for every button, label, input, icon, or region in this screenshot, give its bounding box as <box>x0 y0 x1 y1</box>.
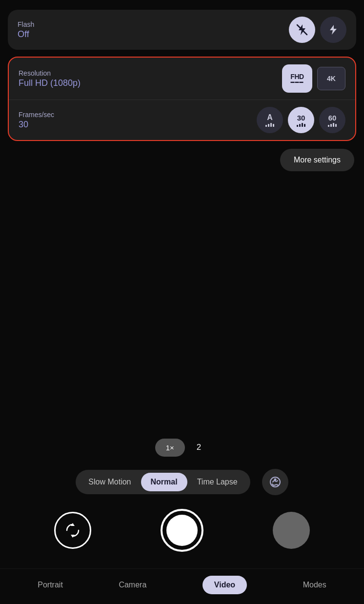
normal-button[interactable]: Normal <box>141 473 187 491</box>
60-dots <box>328 123 337 127</box>
resolution-row: Resolution Full HD (1080p) FHD ▬▬▬ 4K <box>9 58 355 100</box>
frames-60-button[interactable]: 60 <box>319 107 345 133</box>
4k-button[interactable]: 4K <box>317 67 345 90</box>
stabilize-icon <box>268 475 282 489</box>
frames-label: Frames/sec 30 <box>19 111 54 130</box>
zoom-2-label[interactable]: 2 <box>189 438 209 457</box>
flash-off-button[interactable] <box>289 17 315 43</box>
4k-label: 4K <box>327 75 336 82</box>
frames-30-button[interactable]: 30 <box>288 107 314 133</box>
nav-video[interactable]: Video <box>202 576 247 594</box>
zoom-controls: 1× 2 <box>155 438 209 457</box>
zoom-1x-button[interactable]: 1× <box>155 439 185 457</box>
flip-camera-button[interactable] <box>54 512 91 549</box>
nav-camera[interactable]: Camera <box>119 581 146 589</box>
fhd-label: FHD <box>290 73 303 80</box>
flash-label: Flash Off <box>18 20 34 40</box>
camera-controls <box>0 509 364 552</box>
flash-row: Flash Off <box>8 10 356 50</box>
nav-portrait[interactable]: Portrait <box>38 581 63 589</box>
fhd-sub-label: ▬▬▬ <box>291 80 304 84</box>
resolution-value: Full HD (1080p) <box>19 78 81 88</box>
camera-ui: Flash Off <box>0 0 364 604</box>
bottom-nav: Portrait Camera Video Modes <box>0 568 364 604</box>
more-settings-button[interactable]: More settings <box>280 149 354 171</box>
gallery-button[interactable] <box>273 512 310 549</box>
time-lapse-button[interactable]: Time Lapse <box>187 473 247 491</box>
flash-panel: Flash Off <box>8 10 356 50</box>
auto-dots <box>265 123 274 127</box>
frames-value: 30 <box>19 120 54 130</box>
frames-title: Frames/sec <box>19 111 54 119</box>
flip-icon <box>64 522 81 539</box>
slow-motion-button[interactable]: Slow Motion <box>79 473 141 491</box>
resolution-title: Resolution <box>19 69 81 77</box>
frames-controls: A 30 <box>257 107 345 133</box>
fhd-button[interactable]: FHD ▬▬▬ <box>282 64 312 93</box>
svg-point-4 <box>274 479 276 481</box>
flash-off-icon <box>296 23 308 36</box>
30-dots <box>297 123 305 127</box>
resolution-label: Resolution Full HD (1080p) <box>19 69 81 88</box>
stabilize-button[interactable] <box>262 469 288 495</box>
flash-value: Off <box>18 29 34 40</box>
nav-modes[interactable]: Modes <box>303 581 326 589</box>
flash-on-icon <box>328 24 339 35</box>
auto-label: A <box>267 113 273 122</box>
flash-on-button[interactable] <box>320 17 346 43</box>
mode-selector-row: Slow Motion Normal Time Lapse <box>76 469 288 495</box>
30-label: 30 <box>297 114 305 122</box>
frames-row: Frames/sec 30 A 30 <box>9 100 355 140</box>
flash-controls <box>289 17 346 43</box>
60-label: 60 <box>328 114 337 122</box>
frames-auto-button[interactable]: A <box>257 107 283 133</box>
resolution-controls: FHD ▬▬▬ 4K <box>282 64 345 93</box>
record-button[interactable] <box>161 509 203 552</box>
mode-pill: Slow Motion Normal Time Lapse <box>76 470 250 494</box>
svg-marker-2 <box>330 25 337 35</box>
more-settings-container: More settings <box>0 141 364 171</box>
viewfinder-area: 1× 2 Slow Motion Normal Time Lapse <box>0 171 364 568</box>
record-inner <box>166 515 198 546</box>
resolution-frames-panel: Resolution Full HD (1080p) FHD ▬▬▬ 4K <box>8 57 356 141</box>
flash-title: Flash <box>18 20 34 28</box>
